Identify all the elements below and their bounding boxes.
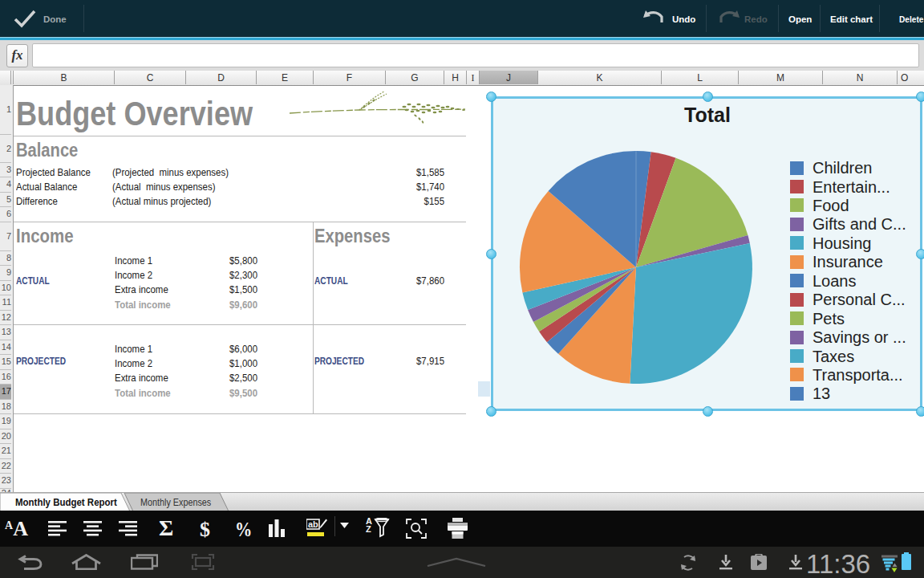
svg-text:ab: ab [308, 519, 318, 529]
